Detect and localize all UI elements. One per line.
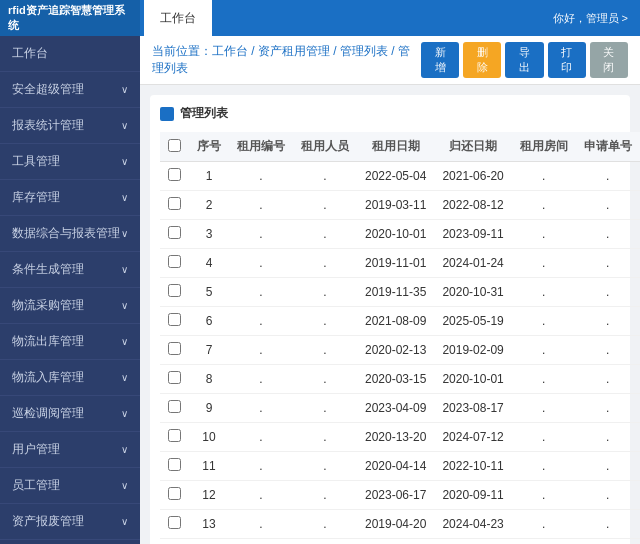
row-checkbox[interactable] — [168, 342, 181, 355]
logo: rfid资产追踪智慧管理系统 — [0, 0, 140, 36]
cell-start-date: 2020-13-20 — [357, 423, 434, 452]
sidebar-item[interactable]: 数据综合与报表管理∨ — [0, 216, 140, 252]
cell-end-date: 2024-07-12 — [434, 423, 511, 452]
cell-end-date: 2023-08-17 — [434, 394, 511, 423]
data-table: 序号 租用编号 租用人员 租用日期 归还日期 租用房间 申请单号 操作 1 — [160, 132, 640, 544]
main-layout: 工作台安全超级管理∨报表统计管理∨工具管理∨库存管理∨数据综合与报表管理∨条件生… — [0, 36, 640, 544]
cell-seq: 11 — [189, 452, 229, 481]
row-checkbox[interactable] — [168, 458, 181, 471]
col-seq: 序号 — [189, 132, 229, 162]
close-button[interactable]: 关闭 — [590, 42, 628, 78]
col-start-date: 租用日期 — [357, 132, 434, 162]
breadcrumb: 当前位置：工作台 / 资产租用管理 / 管理列表 / 管理列表 — [152, 43, 421, 77]
workbench-tab[interactable]: 工作台 — [144, 0, 212, 36]
cell-end-date: 2019-02-09 — [434, 336, 511, 365]
sidebar-item[interactable]: 工作台 — [0, 36, 140, 72]
row-checkbox[interactable] — [168, 313, 181, 326]
sidebar-item[interactable]: 巡检调阅管理∨ — [0, 396, 140, 432]
row-checkbox[interactable] — [168, 226, 181, 239]
sidebar-item[interactable]: 安全超级管理∨ — [0, 72, 140, 108]
row-checkbox[interactable] — [168, 255, 181, 268]
sidebar-arrow: ∨ — [121, 300, 128, 311]
sidebar-item[interactable]: 工具管理∨ — [0, 144, 140, 180]
sidebar-item[interactable]: 用户管理∨ — [0, 432, 140, 468]
row-checkbox[interactable] — [168, 284, 181, 297]
action-buttons: 新增 删除 导出 打印 关闭 — [421, 42, 628, 78]
cell-person: . — [293, 510, 357, 539]
cell-start-date: 2021-02-28 — [357, 539, 434, 545]
cell-start-date: 2020-02-13 — [357, 336, 434, 365]
cell-code: . — [229, 336, 293, 365]
sidebar-label: 员工管理 — [12, 477, 60, 494]
cell-code: . — [229, 220, 293, 249]
cell-end-date: 2022-10-11 — [434, 452, 511, 481]
sidebar-label: 用户管理 — [12, 441, 60, 458]
cell-code: . — [229, 365, 293, 394]
row-checkbox[interactable] — [168, 400, 181, 413]
row-checkbox[interactable] — [168, 487, 181, 500]
add-button[interactable]: 新增 — [421, 42, 459, 78]
table-row: 7 . . 2020-02-13 2019-02-09 . . 详情 编辑 删除 — [160, 336, 640, 365]
sidebar-item[interactable]: 物流出库管理∨ — [0, 324, 140, 360]
row-checkbox[interactable] — [168, 429, 181, 442]
sidebar-item[interactable]: 条件生成管理∨ — [0, 252, 140, 288]
row-checkbox[interactable] — [168, 197, 181, 210]
cell-end-date: 2020-09-02 — [434, 539, 511, 545]
sidebar-label: 报表统计管理 — [12, 117, 84, 134]
sidebar-label: 物流采购管理 — [12, 297, 84, 314]
table-row: 2 . . 2019-03-11 2022-08-12 . . 详情 编辑 删除 — [160, 191, 640, 220]
sidebar-arrow: ∨ — [121, 156, 128, 167]
sidebar-arrow: ∨ — [121, 84, 128, 95]
sidebar-item[interactable]: 物流入库管理∨ — [0, 360, 140, 396]
cell-start-date: 2020-10-01 — [357, 220, 434, 249]
sidebar-item[interactable]: 资产报废管理∨ — [0, 504, 140, 540]
sidebar-item[interactable]: 库存管理∨ — [0, 180, 140, 216]
cell-person: . — [293, 365, 357, 394]
sidebar-label: 物流出库管理 — [12, 333, 84, 350]
cell-room: . — [512, 336, 576, 365]
cell-end-date: 2024-04-23 — [434, 510, 511, 539]
top-bar: rfid资产追踪智慧管理系统 工作台 你好，管理员 > — [0, 0, 640, 36]
cell-apply-no: . — [576, 249, 640, 278]
cell-person: . — [293, 423, 357, 452]
cell-room: . — [512, 539, 576, 545]
cell-apply-no: . — [576, 510, 640, 539]
cell-apply-no: . — [576, 539, 640, 545]
cell-seq: 3 — [189, 220, 229, 249]
sidebar-item[interactable]: 员工管理∨ — [0, 468, 140, 504]
select-all-checkbox[interactable] — [168, 139, 181, 152]
sidebar-item[interactable]: 资产盘点管理∨ — [0, 540, 140, 544]
cell-room: . — [512, 191, 576, 220]
cell-apply-no: . — [576, 162, 640, 191]
cell-end-date: 2022-08-12 — [434, 191, 511, 220]
breadcrumb-bar: 当前位置：工作台 / 资产租用管理 / 管理列表 / 管理列表 新增 删除 导出… — [140, 36, 640, 85]
user-info[interactable]: 你好，管理员 > — [553, 11, 640, 26]
cell-seq: 6 — [189, 307, 229, 336]
print-button[interactable]: 打印 — [548, 42, 586, 78]
page-content: 管理列表 序号 租用编号 租用人员 租用日期 归还日期 租用房间 申请单号 — [140, 85, 640, 544]
sidebar-item[interactable]: 报表统计管理∨ — [0, 108, 140, 144]
cell-end-date: 2024-01-24 — [434, 249, 511, 278]
sidebar-arrow: ∨ — [121, 408, 128, 419]
table-row: 1 . . 2022-05-04 2021-06-20 . . 详情 编辑 删除 — [160, 162, 640, 191]
sidebar-arrow: ∨ — [121, 372, 128, 383]
export-button[interactable]: 导出 — [505, 42, 543, 78]
row-checkbox[interactable] — [168, 516, 181, 529]
sidebar-item[interactable]: 物流采购管理∨ — [0, 288, 140, 324]
cell-code: . — [229, 278, 293, 307]
row-checkbox[interactable] — [168, 168, 181, 181]
cell-apply-no: . — [576, 423, 640, 452]
cell-seq: 12 — [189, 481, 229, 510]
cell-end-date: 2020-10-31 — [434, 278, 511, 307]
col-apply-no: 申请单号 — [576, 132, 640, 162]
cell-room: . — [512, 307, 576, 336]
cell-code: . — [229, 481, 293, 510]
sidebar-arrow: ∨ — [121, 264, 128, 275]
delete-button[interactable]: 删除 — [463, 42, 501, 78]
cell-person: . — [293, 394, 357, 423]
cell-start-date: 2023-06-17 — [357, 481, 434, 510]
cell-seq: 1 — [189, 162, 229, 191]
table-title: 管理列表 — [160, 105, 620, 122]
row-checkbox[interactable] — [168, 371, 181, 384]
col-code: 租用编号 — [229, 132, 293, 162]
